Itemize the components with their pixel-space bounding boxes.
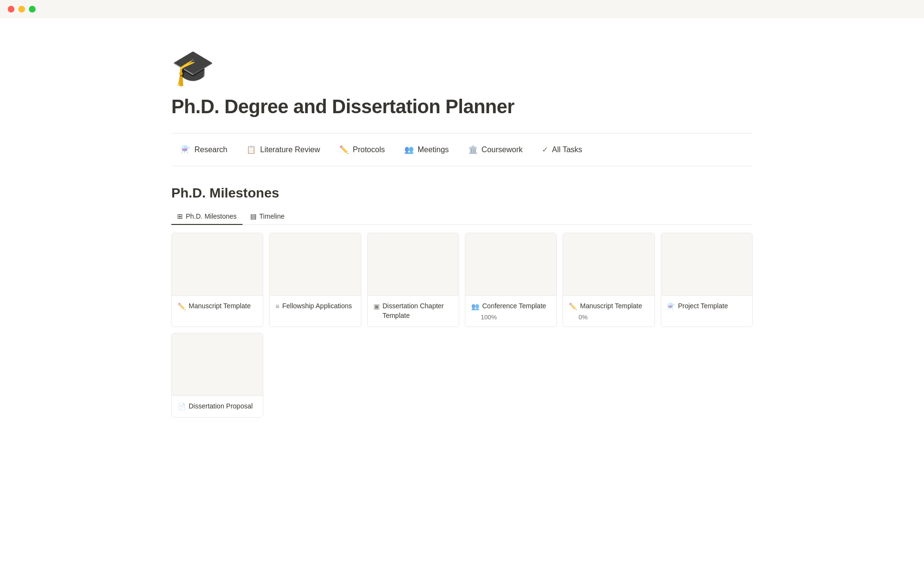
nav-divider <box>171 166 753 166</box>
manuscript-icon-1: ✏️ <box>178 302 186 312</box>
card-image-5 <box>661 233 752 296</box>
tab-literature-review[interactable]: 📋 Literature Review <box>237 141 330 158</box>
cards-row2: 📄 Dissertation Proposal <box>171 333 753 418</box>
dissertation-icon: ▣ <box>373 302 380 312</box>
titlebar <box>0 0 924 18</box>
project-icon: ⚗️ <box>667 302 675 312</box>
view-tab-milestones-label: Ph.D. Milestones <box>186 212 237 220</box>
tab-all-tasks[interactable]: ✓ All Tasks <box>532 141 592 158</box>
conference-icon: 👥 <box>471 302 479 312</box>
page-icon: 🎓 <box>171 47 753 88</box>
card-dissertation-proposal[interactable]: 📄 Dissertation Proposal <box>171 333 263 418</box>
literature-review-icon: 📋 <box>246 145 256 154</box>
card-title-1: Fellowship Applications <box>282 302 352 311</box>
tab-meetings-label: Meetings <box>418 145 449 154</box>
card-meta-3: 100% <box>471 314 551 321</box>
fellowship-icon: ≡ <box>275 302 279 312</box>
card-dissertation-chapter[interactable]: ▣ Dissertation Chapter Template <box>367 233 459 327</box>
tab-coursework-label: Coursework <box>482 145 523 154</box>
tab-literature-review-label: Literature Review <box>260 145 320 154</box>
top-divider <box>171 133 753 133</box>
card-label-3: 👥 Conference Template <box>471 302 551 312</box>
tab-research[interactable]: ⚗️ Research <box>171 141 237 158</box>
card-project-template[interactable]: ⚗️ Project Template <box>661 233 753 327</box>
card-content-3: 👥 Conference Template 100% <box>465 296 556 327</box>
card-title-5: Project Template <box>678 302 728 311</box>
minimize-button[interactable] <box>18 6 25 13</box>
card-content-2: ▣ Dissertation Chapter Template <box>368 296 459 327</box>
view-tab-milestones[interactable]: ⊞ Ph.D. Milestones <box>171 209 243 225</box>
view-tabs: ⊞ Ph.D. Milestones ▤ Timeline <box>171 209 753 225</box>
card-label-0: ✏️ Manuscript Template <box>178 302 257 312</box>
all-tasks-icon: ✓ <box>542 145 548 154</box>
milestones-title: Ph.D. Milestones <box>171 185 753 201</box>
card-image-1 <box>270 233 360 296</box>
card-meta-4: 0% <box>569 314 648 321</box>
timeline-view-icon: ▤ <box>250 212 257 220</box>
coursework-icon: 🏛️ <box>468 145 478 154</box>
card-content-5: ⚗️ Project Template <box>661 296 752 327</box>
main-content: 🎓 Ph.D. Degree and Dissertation Planner … <box>125 18 799 447</box>
card-label-2: ▣ Dissertation Chapter Template <box>373 302 453 320</box>
card-conference-template[interactable]: 👥 Conference Template 100% <box>465 233 557 327</box>
tab-meetings[interactable]: 👥 Meetings <box>395 141 459 158</box>
milestones-section: Ph.D. Milestones ⊞ Ph.D. Milestones ▤ Ti… <box>171 185 753 418</box>
card-image-2 <box>368 233 459 296</box>
card-image-row2-0 <box>172 333 263 396</box>
card-image-4 <box>563 233 654 296</box>
nav-tabs: ⚗️ Research 📋 Literature Review ✏️ Proto… <box>171 137 753 162</box>
research-icon: ⚗️ <box>181 145 191 154</box>
card-content-4: ✏️ Manuscript Template 0% <box>563 296 654 327</box>
card-title-4: Manuscript Template <box>580 302 642 311</box>
proposal-icon: 📄 <box>178 402 186 412</box>
card-label-1: ≡ Fellowship Applications <box>275 302 355 312</box>
card-title-row2-0: Dissertation Proposal <box>189 402 253 411</box>
milestones-view-icon: ⊞ <box>177 212 183 220</box>
card-content-row2-0: 📄 Dissertation Proposal <box>172 396 263 418</box>
tab-research-label: Research <box>194 145 227 154</box>
card-label-5: ⚗️ Project Template <box>667 302 746 312</box>
view-tab-timeline-label: Timeline <box>259 212 284 220</box>
view-tab-timeline[interactable]: ▤ Timeline <box>244 209 290 225</box>
card-label-4: ✏️ Manuscript Template <box>569 302 648 312</box>
card-title-0: Manuscript Template <box>189 302 251 311</box>
tab-protocols-label: Protocols <box>353 145 385 154</box>
card-manuscript-template-2[interactable]: ✏️ Manuscript Template 0% <box>563 233 654 327</box>
card-title-2: Dissertation Chapter Template <box>383 302 453 320</box>
tab-coursework[interactable]: 🏛️ Coursework <box>459 141 532 158</box>
card-fellowship-applications[interactable]: ≡ Fellowship Applications <box>269 233 361 327</box>
protocols-icon: ✏️ <box>339 145 349 154</box>
card-image-3 <box>465 233 556 296</box>
card-title-3: Conference Template <box>482 302 546 311</box>
cards-grid: ✏️ Manuscript Template ≡ Fellowship Appl… <box>171 233 753 327</box>
manuscript-icon-2: ✏️ <box>569 302 577 312</box>
meetings-icon: 👥 <box>404 145 414 154</box>
tab-all-tasks-label: All Tasks <box>552 145 582 154</box>
page-title: Ph.D. Degree and Dissertation Planner <box>171 96 753 118</box>
card-manuscript-template-1[interactable]: ✏️ Manuscript Template <box>171 233 263 327</box>
card-label-row2-0: 📄 Dissertation Proposal <box>178 402 257 412</box>
maximize-button[interactable] <box>29 6 36 13</box>
card-image-0 <box>172 233 263 296</box>
card-content-1: ≡ Fellowship Applications <box>270 296 360 327</box>
close-button[interactable] <box>8 6 14 13</box>
tab-protocols[interactable]: ✏️ Protocols <box>330 141 395 158</box>
card-content-0: ✏️ Manuscript Template <box>172 296 263 327</box>
